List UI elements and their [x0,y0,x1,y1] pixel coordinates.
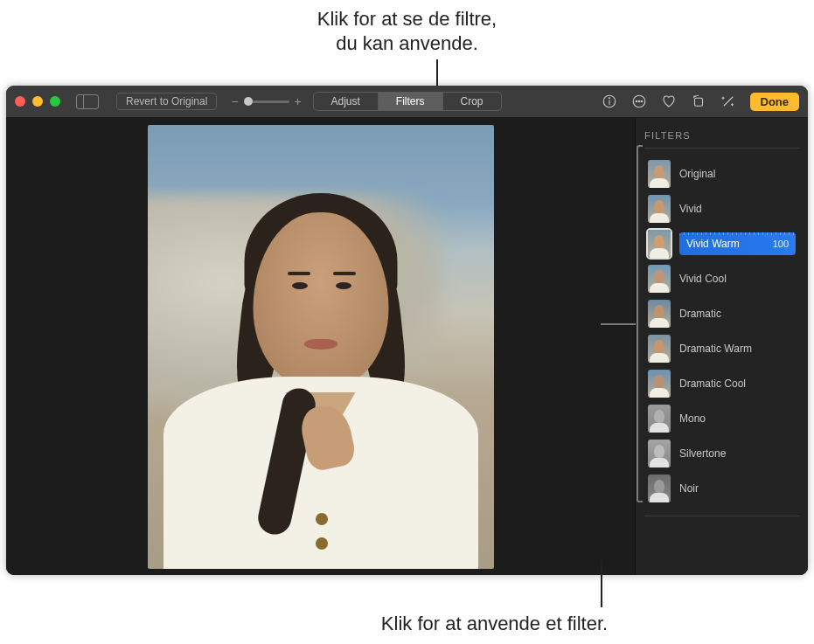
zoom-track[interactable] [244,100,289,103]
svg-point-6 [641,100,643,102]
edit-mode-segmented: Adjust Filters Crop [312,92,501,111]
filters-panel-title: FILTERS [644,130,799,149]
photo-canvas[interactable] [6,118,635,575]
photo-preview [148,125,494,569]
callout-bottom: Klik for at anvende et filter. [0,613,814,635]
filter-item-dramatic-warm[interactable]: Dramatic Warm [644,332,799,365]
panel-divider [644,516,799,516]
callout-top-text2: du kan anvende. [336,32,478,54]
filter-label: Noir [679,482,699,495]
tab-filters[interactable]: Filters [379,93,443,110]
zoom-thumb[interactable] [244,97,253,106]
rotate-icon[interactable] [691,93,706,109]
filter-item-vivid-warm[interactable]: Vivid Warm100 [644,227,799,260]
filter-thumb [648,440,671,467]
filter-label: Mono [679,412,706,425]
svg-point-4 [636,100,637,102]
toolbar: Revert to Original − + Adjust Filters Cr… [6,86,808,118]
close-window-button[interactable] [15,96,25,107]
auto-enhance-icon[interactable] [720,93,736,109]
zoom-in-icon: + [295,94,302,108]
filters-panel: FILTERS OriginalVividVivid Warm100Vivid … [635,118,808,575]
filter-label-wrap: Dramatic [679,308,796,320]
fullscreen-window-button[interactable] [50,96,60,107]
zoom-out-icon: − [231,94,238,108]
filter-label: Original [679,168,715,180]
callout-bracket-connector [601,323,636,325]
filter-item-mono[interactable]: Mono [644,402,799,435]
filter-thumb [648,335,671,363]
filter-thumb [648,160,671,188]
filter-thumb [648,195,671,223]
info-icon[interactable] [602,93,617,109]
filter-label-wrap: Silvertone [679,447,796,460]
filter-item-vivid-cool[interactable]: Vivid Cool [644,262,799,295]
filter-item-dramatic-cool[interactable]: Dramatic Cool [644,367,799,400]
filter-label-wrap: Dramatic Warm [679,343,796,355]
minimize-window-button[interactable] [32,96,43,107]
filter-label-wrap: Vivid Cool [679,273,796,285]
filter-label-wrap: Mono [679,412,796,425]
filter-thumb [648,265,671,293]
svg-rect-7 [694,98,702,106]
filter-item-noir[interactable]: Noir [644,472,799,505]
filter-label: Vivid Cool [679,273,727,285]
filter-label-wrap: Vivid [679,203,796,215]
filter-label: Dramatic Warm [679,343,752,355]
revert-to-original-button[interactable]: Revert to Original [116,93,217,110]
filter-list: OriginalVividVivid Warm100Vivid CoolDram… [644,157,799,505]
filter-thumb [648,405,671,433]
photos-edit-window: Revert to Original − + Adjust Filters Cr… [6,86,808,575]
filter-label: Dramatic [679,308,721,320]
filter-item-silvertone[interactable]: Silvertone [644,437,799,470]
window-controls [15,96,60,107]
filter-item-vivid[interactable]: Vivid [644,192,799,225]
filter-item-dramatic[interactable]: Dramatic [644,297,799,330]
svg-point-5 [638,100,640,102]
callout-top: Klik for at se de filtre, du kan anvende… [0,7,814,55]
done-button[interactable]: Done [750,93,800,111]
callout-top-leader [436,59,438,89]
toolbar-right: Done [602,93,800,111]
filter-label: Vivid [679,203,702,215]
filter-thumb [648,300,671,328]
callout-bottom-text: Klik for at anvende et filter. [381,613,608,634]
svg-point-2 [609,98,609,99]
filter-label-wrap: Original [679,168,796,180]
callout-bracket [637,145,643,502]
filter-label-wrap: Vivid Warm100 [679,232,796,255]
filter-item-original[interactable]: Original [644,157,799,190]
tab-crop[interactable]: Crop [443,93,501,110]
filter-label: Dramatic Cool [679,377,746,390]
more-icon[interactable] [631,93,647,109]
callout-bottom-leader [601,560,602,607]
filter-label: Silvertone [679,447,726,460]
filter-thumb [648,370,671,398]
filter-intensity-value: 100 [773,239,789,249]
filter-label-wrap: Noir [679,482,796,495]
filter-label: Vivid Warm [686,238,740,250]
callout-top-text1: Klik for at se de filtre, [317,8,497,30]
zoom-slider[interactable]: − + [231,94,301,108]
filter-thumb [648,230,671,258]
editor-body: FILTERS OriginalVividVivid Warm100Vivid … [6,118,808,575]
filter-thumb [648,474,671,502]
favorite-heart-icon[interactable] [661,93,677,109]
tab-adjust[interactable]: Adjust [313,93,378,110]
sidebar-toggle-icon [76,94,99,109]
filter-label-wrap: Dramatic Cool [679,377,796,390]
sidebar-toggle[interactable] [76,94,99,109]
